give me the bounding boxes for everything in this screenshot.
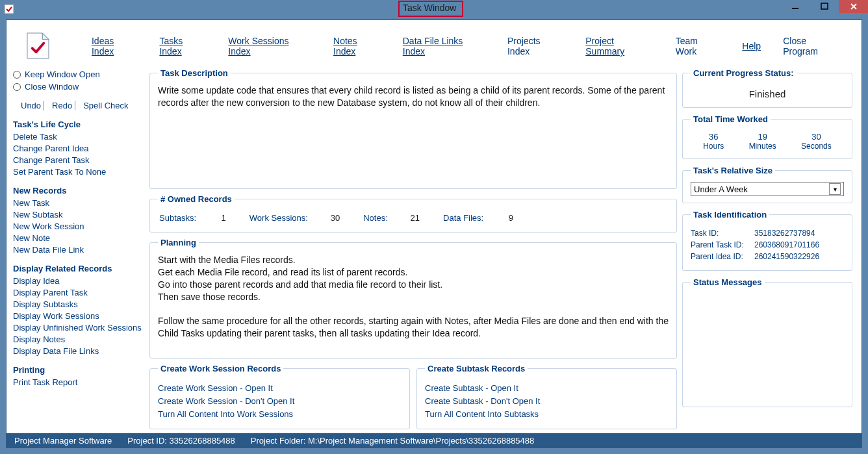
create-work-session-box: Create Work Session Records Create Work … bbox=[149, 364, 410, 429]
menu-close-program[interactable]: Close Program bbox=[783, 36, 842, 57]
svg-marker-4 bbox=[42, 33, 49, 40]
owned-records-box: # Owned Records Subtasks: 1 Work Session… bbox=[149, 194, 677, 233]
link-new-subtask[interactable]: New Subtask bbox=[13, 210, 144, 220]
menu-tasks-index[interactable]: Tasks Index bbox=[159, 36, 206, 57]
task-description-text[interactable]: Write some update code that ensures that… bbox=[158, 84, 669, 182]
spell-check-link[interactable]: Spell Check bbox=[81, 101, 131, 110]
task-identification-box: Task Identification Task ID:351832627378… bbox=[682, 210, 852, 271]
planning-box: Planning Start with the Media Files reco… bbox=[149, 238, 677, 359]
menu-notes-index[interactable]: Notes Index bbox=[333, 36, 381, 57]
menu-help[interactable]: Help bbox=[742, 41, 761, 51]
redo-link[interactable]: Redo bbox=[49, 101, 75, 110]
link-new-task[interactable]: New Task bbox=[13, 198, 144, 208]
relative-size-select[interactable]: Under A Week ▾ bbox=[691, 182, 844, 196]
relative-size-value: Under A Week bbox=[694, 184, 748, 194]
link-create-ws-open[interactable]: Create Work Session - Open It bbox=[158, 383, 402, 393]
work-sessions-value: 30 bbox=[331, 213, 340, 223]
heading-display-related: Display Related Records bbox=[13, 264, 144, 273]
seconds-value: 30 bbox=[801, 132, 832, 142]
parent-task-id-label: Parent Task ID: bbox=[691, 240, 748, 249]
subtasks-label: Subtasks: bbox=[159, 213, 196, 223]
radio-close-window[interactable] bbox=[13, 83, 21, 91]
relative-size-box: Task's Relative Size Under A Week ▾ bbox=[682, 166, 852, 203]
parent-idea-id-value: 260241590322926 bbox=[754, 252, 819, 261]
progress-status-legend: Current Progress Status: bbox=[691, 68, 797, 78]
parent-idea-id-label: Parent Idea ID: bbox=[691, 252, 748, 261]
task-identification-legend: Task Identification bbox=[691, 210, 769, 220]
link-change-parent-task[interactable]: Change Parent Task bbox=[13, 155, 144, 165]
task-description-legend: Task Description bbox=[158, 68, 231, 78]
menu-ideas-index[interactable]: Ideas Index bbox=[92, 36, 137, 57]
svg-rect-0 bbox=[5, 5, 14, 14]
svg-rect-2 bbox=[821, 3, 828, 9]
notes-label: Notes: bbox=[363, 213, 388, 223]
statusbar: Project Manager Software Project ID: 335… bbox=[6, 433, 862, 448]
owned-records-legend: # Owned Records bbox=[158, 194, 235, 204]
link-display-unfinished-ws[interactable]: Display Unfinished Work Sessions bbox=[13, 323, 144, 333]
time-worked-legend: Total Time Worked bbox=[691, 114, 771, 124]
create-sub-legend: Create Subtask Records bbox=[425, 364, 528, 373]
hours-value: 36 bbox=[703, 132, 724, 142]
link-change-parent-idea[interactable]: Change Parent Idea bbox=[13, 144, 144, 153]
status-project-folder: Project Folder: M:\Project Management So… bbox=[251, 436, 534, 446]
minutes-label: Minutes bbox=[749, 142, 776, 151]
planning-legend: Planning bbox=[158, 238, 199, 247]
radio-keep-open[interactable] bbox=[13, 71, 21, 79]
svg-rect-1 bbox=[792, 8, 798, 9]
link-display-work-sessions[interactable]: Display Work Sessions bbox=[13, 311, 144, 321]
parent-task-id-value: 260368091701166 bbox=[754, 240, 819, 249]
seconds-label: Seconds bbox=[801, 142, 832, 151]
heading-printing: Printing bbox=[13, 365, 144, 375]
status-app-name: Project Manager Software bbox=[14, 436, 112, 446]
menu-team-work[interactable]: Team Work bbox=[676, 36, 721, 57]
menu-project-summary[interactable]: Project Summary bbox=[585, 36, 653, 57]
link-create-ws-dont-open[interactable]: Create Work Session - Don't Open It bbox=[158, 396, 402, 406]
menu-data-file-links-index[interactable]: Data File Links Index bbox=[403, 36, 485, 57]
link-new-note[interactable]: New Note bbox=[13, 233, 144, 243]
link-create-subtask-dont-open[interactable]: Create Subtask - Don't Open It bbox=[425, 396, 669, 406]
progress-status-box: Current Progress Status: Finished bbox=[682, 68, 852, 108]
link-create-subtask-open[interactable]: Create Subtask - Open It bbox=[425, 383, 669, 393]
task-description-box: Task Description Write some update code … bbox=[149, 68, 677, 189]
task-id-label: Task ID: bbox=[691, 229, 748, 238]
link-display-parent-task[interactable]: Display Parent Task bbox=[13, 288, 144, 297]
hours-label: Hours bbox=[703, 142, 724, 151]
menubar: Ideas Index Tasks Index Work Sessions In… bbox=[6, 20, 862, 68]
close-button[interactable] bbox=[839, 0, 868, 13]
menu-projects-index[interactable]: Projects Index bbox=[507, 36, 563, 57]
heading-new-records: New Records bbox=[13, 186, 144, 195]
work-sessions-label: Work Sessions: bbox=[249, 213, 308, 223]
sidebar: Keep Window Open Close Window UndoRedoSp… bbox=[13, 68, 144, 429]
link-set-parent-task-none[interactable]: Set Parent Task To None bbox=[13, 167, 144, 177]
status-messages-legend: Status Messages bbox=[691, 277, 765, 287]
link-new-work-session[interactable]: New Work Session bbox=[13, 221, 144, 231]
maximize-button[interactable] bbox=[810, 0, 839, 13]
status-messages-box: Status Messages bbox=[682, 277, 852, 407]
radio-close-window-label: Close Window bbox=[25, 82, 79, 92]
link-display-data-file-links[interactable]: Display Data File Links bbox=[13, 346, 144, 356]
planning-text[interactable]: Start with the Media Files records. Get … bbox=[158, 254, 669, 351]
subtasks-value: 1 bbox=[222, 213, 226, 223]
menu-work-sessions-index[interactable]: Work Sessions Index bbox=[228, 36, 311, 57]
link-display-idea[interactable]: Display Idea bbox=[13, 276, 144, 286]
app-icon bbox=[4, 4, 14, 14]
link-turn-content-into-subtasks[interactable]: Turn All Content Into Subtasks bbox=[425, 409, 669, 419]
minimize-button[interactable] bbox=[780, 0, 810, 13]
progress-status-value: Finished bbox=[691, 84, 844, 101]
radio-keep-open-label: Keep Window Open bbox=[25, 69, 100, 79]
link-new-data-file-link[interactable]: New Data File Link bbox=[13, 245, 144, 255]
heading-life-cycle: Task's Life Cycle bbox=[13, 120, 144, 129]
status-project-id: Project ID: 33526268885488 bbox=[127, 436, 235, 446]
link-display-notes[interactable]: Display Notes bbox=[13, 334, 144, 344]
titlebar: Task Window bbox=[0, 0, 868, 19]
link-display-subtasks[interactable]: Display Subtasks bbox=[13, 299, 144, 309]
minutes-value: 19 bbox=[749, 132, 776, 142]
notes-value: 21 bbox=[411, 213, 420, 223]
link-print-task-report[interactable]: Print Task Report bbox=[13, 377, 144, 387]
app-logo-icon bbox=[26, 32, 50, 60]
chevron-down-icon: ▾ bbox=[829, 183, 841, 195]
link-delete-task[interactable]: Delete Task bbox=[13, 132, 144, 142]
link-turn-content-into-ws[interactable]: Turn All Content Into Work Sessions bbox=[158, 409, 402, 419]
undo-link[interactable]: Undo bbox=[18, 101, 44, 110]
task-id-value: 35183262737894 bbox=[754, 229, 815, 238]
